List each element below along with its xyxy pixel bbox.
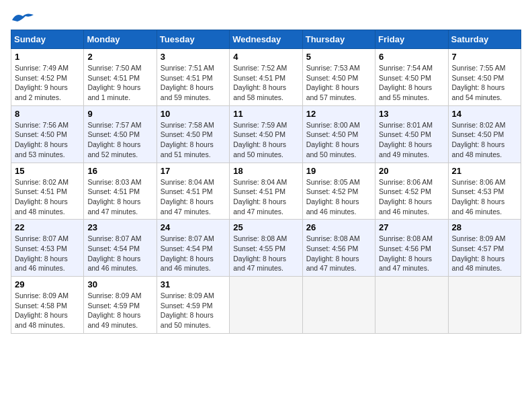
calendar-cell: 3Sunrise: 7:51 AM Sunset: 4:51 PM Daylig…: [157, 49, 229, 106]
day-info: Sunrise: 8:04 AM Sunset: 4:51 PM Dayligh…: [161, 177, 226, 217]
calendar-cell: [302, 277, 375, 334]
calendar-cell: 12Sunrise: 8:00 AM Sunset: 4:50 PM Dayli…: [302, 105, 375, 163]
calendar-cell: 11Sunrise: 7:59 AM Sunset: 4:50 PM Dayli…: [230, 105, 302, 163]
calendar-cell: [375, 277, 448, 334]
day-info: Sunrise: 7:52 AM Sunset: 4:51 PM Dayligh…: [233, 63, 298, 103]
day-number: 31: [161, 279, 226, 289]
calendar-cell: 7Sunrise: 7:55 AM Sunset: 4:50 PM Daylig…: [448, 49, 521, 106]
day-info: Sunrise: 7:59 AM Sunset: 4:50 PM Dayligh…: [233, 120, 298, 160]
day-info: Sunrise: 7:53 AM Sunset: 4:50 PM Dayligh…: [306, 63, 371, 103]
calendar-cell: 15Sunrise: 8:02 AM Sunset: 4:51 PM Dayli…: [11, 163, 84, 220]
calendar-header-wednesday: Wednesday: [230, 30, 302, 49]
calendar-cell: 30Sunrise: 8:09 AM Sunset: 4:59 PM Dayli…: [84, 277, 157, 334]
page-header: [11, 11, 521, 24]
calendar-cell: 31Sunrise: 8:09 AM Sunset: 4:59 PM Dayli…: [157, 277, 229, 334]
day-number: 13: [379, 109, 444, 119]
calendar-cell: [230, 277, 302, 334]
calendar-header-tuesday: Tuesday: [157, 30, 229, 49]
day-number: 15: [15, 166, 80, 176]
day-number: 20: [379, 166, 444, 176]
day-number: 25: [233, 222, 298, 232]
day-number: 24: [161, 222, 226, 232]
day-number: 8: [15, 109, 80, 119]
day-number: 27: [379, 222, 444, 232]
calendar-cell: 24Sunrise: 8:07 AM Sunset: 4:54 PM Dayli…: [157, 220, 229, 277]
day-info: Sunrise: 8:06 AM Sunset: 4:53 PM Dayligh…: [452, 177, 517, 217]
day-info: Sunrise: 7:54 AM Sunset: 4:50 PM Dayligh…: [379, 63, 444, 103]
calendar-cell: 6Sunrise: 7:54 AM Sunset: 4:50 PM Daylig…: [375, 49, 448, 106]
day-number: 30: [87, 279, 152, 289]
day-info: Sunrise: 7:58 AM Sunset: 4:50 PM Dayligh…: [161, 120, 226, 160]
day-info: Sunrise: 8:08 AM Sunset: 4:55 PM Dayligh…: [233, 234, 298, 273]
day-info: Sunrise: 8:03 AM Sunset: 4:51 PM Dayligh…: [87, 177, 152, 217]
day-number: 21: [452, 166, 517, 176]
day-number: 12: [306, 109, 371, 119]
day-number: 5: [306, 52, 371, 62]
day-info: Sunrise: 8:07 AM Sunset: 4:53 PM Dayligh…: [15, 234, 80, 273]
day-info: Sunrise: 7:57 AM Sunset: 4:50 PM Dayligh…: [87, 120, 152, 160]
day-info: Sunrise: 8:04 AM Sunset: 4:51 PM Dayligh…: [233, 177, 298, 217]
calendar-cell: 19Sunrise: 8:05 AM Sunset: 4:52 PM Dayli…: [302, 163, 375, 220]
day-number: 1: [15, 52, 80, 62]
calendar-cell: 20Sunrise: 8:06 AM Sunset: 4:52 PM Dayli…: [375, 163, 448, 220]
day-info: Sunrise: 7:51 AM Sunset: 4:51 PM Dayligh…: [161, 63, 226, 103]
day-info: Sunrise: 8:07 AM Sunset: 4:54 PM Dayligh…: [161, 234, 226, 273]
day-info: Sunrise: 7:50 AM Sunset: 4:51 PM Dayligh…: [87, 63, 152, 103]
logo-bird-icon: [11, 11, 35, 24]
calendar-cell: 17Sunrise: 8:04 AM Sunset: 4:51 PM Dayli…: [157, 163, 229, 220]
calendar-cell: 23Sunrise: 8:07 AM Sunset: 4:54 PM Dayli…: [84, 220, 157, 277]
day-info: Sunrise: 8:02 AM Sunset: 4:51 PM Dayligh…: [15, 177, 80, 217]
calendar-cell: 8Sunrise: 7:56 AM Sunset: 4:50 PM Daylig…: [11, 105, 84, 163]
calendar-cell: 1Sunrise: 7:49 AM Sunset: 4:52 PM Daylig…: [11, 49, 84, 106]
calendar-cell: 27Sunrise: 8:08 AM Sunset: 4:56 PM Dayli…: [375, 220, 448, 277]
calendar-cell: 22Sunrise: 8:07 AM Sunset: 4:53 PM Dayli…: [11, 220, 84, 277]
day-info: Sunrise: 8:01 AM Sunset: 4:50 PM Dayligh…: [379, 120, 444, 160]
calendar-week-4: 22Sunrise: 8:07 AM Sunset: 4:53 PM Dayli…: [11, 220, 521, 277]
day-info: Sunrise: 8:08 AM Sunset: 4:56 PM Dayligh…: [306, 234, 371, 273]
calendar-cell: 21Sunrise: 8:06 AM Sunset: 4:53 PM Dayli…: [448, 163, 521, 220]
calendar-header-saturday: Saturday: [448, 30, 521, 49]
calendar-cell: 14Sunrise: 8:02 AM Sunset: 4:50 PM Dayli…: [448, 105, 521, 163]
day-number: 22: [15, 222, 80, 232]
calendar-header-thursday: Thursday: [302, 30, 375, 49]
day-number: 14: [452, 109, 517, 119]
day-info: Sunrise: 8:09 AM Sunset: 4:58 PM Dayligh…: [15, 291, 80, 330]
calendar-header-sunday: Sunday: [11, 30, 84, 49]
day-info: Sunrise: 8:08 AM Sunset: 4:56 PM Dayligh…: [379, 234, 444, 273]
calendar-header-monday: Monday: [84, 30, 157, 49]
day-number: 29: [15, 279, 80, 289]
day-info: Sunrise: 8:09 AM Sunset: 4:57 PM Dayligh…: [452, 234, 517, 273]
day-number: 3: [161, 52, 226, 62]
day-number: 7: [452, 52, 517, 62]
day-info: Sunrise: 8:02 AM Sunset: 4:50 PM Dayligh…: [452, 120, 517, 160]
day-number: 16: [87, 166, 152, 176]
day-info: Sunrise: 7:55 AM Sunset: 4:50 PM Dayligh…: [452, 63, 517, 103]
day-info: Sunrise: 8:09 AM Sunset: 4:59 PM Dayligh…: [87, 291, 152, 330]
day-number: 10: [161, 109, 226, 119]
day-number: 9: [87, 109, 152, 119]
day-info: Sunrise: 8:06 AM Sunset: 4:52 PM Dayligh…: [379, 177, 444, 217]
calendar-cell: 28Sunrise: 8:09 AM Sunset: 4:57 PM Dayli…: [448, 220, 521, 277]
day-info: Sunrise: 7:56 AM Sunset: 4:50 PM Dayligh…: [15, 120, 80, 160]
calendar-cell: 25Sunrise: 8:08 AM Sunset: 4:55 PM Dayli…: [230, 220, 302, 277]
day-number: 4: [233, 52, 298, 62]
calendar-cell: 9Sunrise: 7:57 AM Sunset: 4:50 PM Daylig…: [84, 105, 157, 163]
calendar-week-3: 15Sunrise: 8:02 AM Sunset: 4:51 PM Dayli…: [11, 163, 521, 220]
calendar-header-friday: Friday: [375, 30, 448, 49]
day-info: Sunrise: 8:00 AM Sunset: 4:50 PM Dayligh…: [306, 120, 371, 160]
calendar-week-5: 29Sunrise: 8:09 AM Sunset: 4:58 PM Dayli…: [11, 277, 521, 334]
day-info: Sunrise: 7:49 AM Sunset: 4:52 PM Dayligh…: [15, 63, 80, 103]
day-number: 6: [379, 52, 444, 62]
calendar-week-2: 8Sunrise: 7:56 AM Sunset: 4:50 PM Daylig…: [11, 105, 521, 163]
calendar-cell: 13Sunrise: 8:01 AM Sunset: 4:50 PM Dayli…: [375, 105, 448, 163]
calendar-cell: 10Sunrise: 7:58 AM Sunset: 4:50 PM Dayli…: [157, 105, 229, 163]
calendar-header-row: SundayMondayTuesdayWednesdayThursdayFrid…: [11, 30, 521, 49]
day-number: 23: [87, 222, 152, 232]
calendar-cell: 26Sunrise: 8:08 AM Sunset: 4:56 PM Dayli…: [302, 220, 375, 277]
calendar-cell: 29Sunrise: 8:09 AM Sunset: 4:58 PM Dayli…: [11, 277, 84, 334]
calendar-cell: 18Sunrise: 8:04 AM Sunset: 4:51 PM Dayli…: [230, 163, 302, 220]
calendar-cell: [448, 277, 521, 334]
calendar-cell: 2Sunrise: 7:50 AM Sunset: 4:51 PM Daylig…: [84, 49, 157, 106]
calendar-table: SundayMondayTuesdayWednesdayThursdayFrid…: [11, 30, 521, 334]
day-number: 19: [306, 166, 371, 176]
